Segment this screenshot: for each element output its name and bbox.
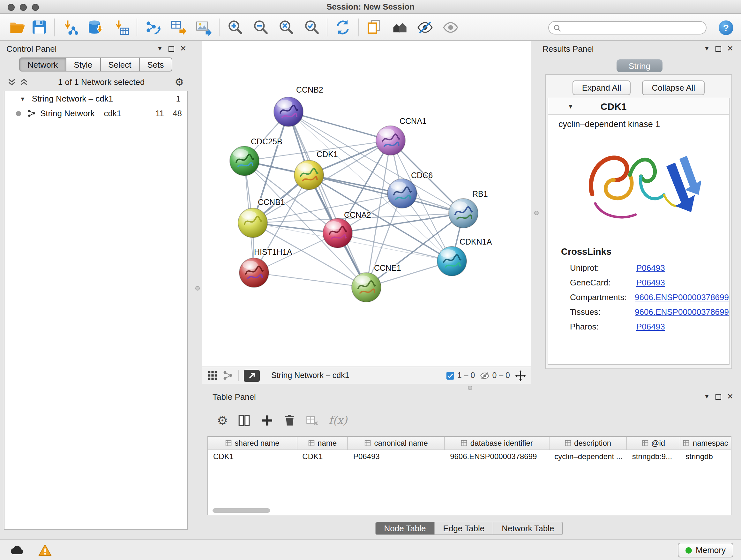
zoom-in-button[interactable] [224, 16, 246, 38]
collection-expand-icon[interactable]: ▼ [20, 96, 25, 102]
hide-selected-button[interactable] [414, 16, 436, 38]
tab-sets[interactable]: Sets [139, 57, 172, 71]
zoom-fit-button[interactable] [275, 16, 297, 38]
network-collection-row[interactable]: ▼ String Network – cdk1 1 [4, 91, 187, 106]
network-edge[interactable] [288, 112, 366, 287]
network-node-ccna1[interactable] [376, 126, 405, 155]
network-node-rb1[interactable] [449, 199, 478, 228]
export-image-button[interactable] [193, 16, 214, 38]
collapse-all-icon[interactable] [8, 78, 16, 86]
network-share-icon[interactable] [223, 370, 233, 381]
panel-float-icon[interactable]: ▼ [157, 45, 163, 52]
new-network-from-selection-button[interactable] [142, 16, 163, 38]
add-column-icon[interactable] [260, 414, 274, 427]
clear-table-icon[interactable] [306, 414, 319, 427]
panel-maximize-icon[interactable] [169, 46, 174, 51]
cloud-status-button[interactable] [8, 543, 27, 557]
network-options-gear-icon[interactable]: ⚙ [175, 76, 184, 88]
results-tab-string[interactable]: String [616, 59, 663, 72]
tab-node-table[interactable]: Node Table [375, 522, 434, 535]
collapse-all-button[interactable]: Collapse All [643, 80, 705, 95]
column-header[interactable]: description [549, 437, 627, 449]
tab-style[interactable]: Style [66, 57, 100, 71]
column-header[interactable]: name [297, 437, 348, 449]
zoom-selected-button[interactable] [300, 16, 322, 38]
panel-float-icon[interactable]: ▼ [704, 45, 710, 52]
birdseye-grid-icon[interactable] [207, 370, 218, 381]
left-splitter-handle[interactable] [195, 286, 200, 291]
network-node-ccnb1[interactable] [238, 208, 267, 238]
panel-close-icon[interactable]: ✕ [727, 44, 733, 53]
column-header[interactable]: database identifier [445, 437, 549, 449]
window-controls[interactable] [8, 3, 39, 10]
copy-document-button[interactable] [363, 16, 385, 38]
table-row[interactable]: CDK1 CDK1 P06493 9606.ENSP00000378699 cy… [208, 450, 731, 463]
table-settings-gear-icon[interactable]: ⚙ [217, 413, 228, 428]
panel-maximize-icon[interactable] [716, 46, 721, 51]
new-table-from-network-button[interactable] [167, 16, 189, 38]
tab-network[interactable]: Network [19, 57, 66, 71]
network-node-ccnb2[interactable] [274, 97, 303, 126]
network-edge[interactable] [288, 112, 391, 140]
zoom-out-button[interactable] [250, 16, 271, 38]
open-in-new-window-button[interactable] [244, 369, 260, 381]
column-header[interactable]: shared name [208, 437, 297, 449]
pan-crosshair-icon[interactable] [515, 370, 526, 381]
pharos-link[interactable]: P06493 [636, 322, 665, 331]
uniprot-link[interactable]: P06493 [636, 263, 665, 273]
import-network-from-database-button[interactable] [85, 16, 107, 38]
network-node-ccne1[interactable] [352, 273, 381, 302]
warnings-button[interactable] [36, 543, 54, 557]
manage-columns-icon[interactable] [238, 414, 251, 427]
search-field[interactable] [548, 21, 706, 35]
panel-float-icon[interactable]: ▼ [704, 393, 710, 400]
panel-close-icon[interactable]: ✕ [727, 392, 733, 401]
network-node-cdkn1a[interactable] [437, 246, 467, 276]
tissues-link[interactable]: 9606.ENSP00000378699 [635, 307, 729, 317]
column-header[interactable]: namespac [680, 437, 731, 449]
network-node-cdc25b[interactable] [230, 146, 259, 176]
network-node-cdk1[interactable] [294, 160, 324, 190]
tab-network-table[interactable]: Network Table [493, 522, 563, 535]
expand-all-icon[interactable] [20, 78, 28, 86]
search-input[interactable] [564, 22, 706, 33]
panel-close-icon[interactable]: ✕ [180, 44, 186, 53]
tab-select[interactable]: Select [100, 57, 139, 71]
minimize-window-icon[interactable] [20, 3, 27, 10]
network-graph[interactable]: CCNB2CCNA1CDC25BCDK1CDC6RB1CCNB1CCNA2CDK… [202, 41, 531, 367]
checkbox-icon[interactable] [447, 371, 455, 380]
delete-column-trash-icon[interactable] [283, 414, 296, 427]
home-view-button[interactable] [389, 16, 410, 38]
network-row-selected[interactable]: String Network – cdk1 11 48 [4, 106, 187, 121]
compartments-link[interactable]: 9606.ENSP00000378699 [635, 293, 729, 302]
collapse-gene-icon[interactable]: ▼ [567, 103, 574, 110]
zoom-window-icon[interactable] [32, 3, 39, 10]
panel-maximize-icon[interactable] [716, 394, 721, 399]
network-node-cdc6[interactable] [387, 179, 417, 208]
bottom-splitter-handle[interactable] [468, 386, 472, 390]
import-table-from-file-button[interactable] [111, 16, 132, 38]
apply-layout-button[interactable] [332, 16, 354, 38]
help-button[interactable]: ? [719, 20, 733, 35]
import-network-from-file-button[interactable] [59, 16, 81, 38]
save-session-button[interactable] [28, 16, 50, 38]
hidden-eye-icon[interactable] [480, 371, 489, 380]
network-view-canvas[interactable]: CCNB2CCNA1CDC25BCDK1CDC6RB1CCNB1CCNA2CDK… [202, 41, 531, 367]
genecard-link[interactable]: P06493 [636, 278, 665, 287]
function-builder-button[interactable]: f(x) [329, 414, 347, 427]
tab-edge-table[interactable]: Edge Table [435, 522, 494, 535]
expand-all-button[interactable]: Expand All [572, 80, 631, 95]
close-window-icon[interactable] [8, 3, 15, 10]
show-all-button[interactable] [440, 16, 461, 38]
network-node-ccna2[interactable] [323, 219, 352, 248]
network-node-hist1h1a[interactable] [239, 258, 269, 287]
column-header[interactable]: @id [627, 437, 681, 449]
memory-button[interactable]: Memory [678, 543, 733, 557]
open-session-button[interactable] [6, 16, 28, 38]
table-toolbar: ⚙ f(x) [217, 411, 347, 429]
horizontal-scrollbar-thumb[interactable] [212, 508, 270, 513]
column-header[interactable]: canonical name [348, 437, 445, 449]
gene-card-header[interactable]: ▼ CDK1 [548, 98, 729, 115]
network-edge[interactable] [254, 273, 366, 287]
right-splitter-handle[interactable] [534, 211, 539, 215]
